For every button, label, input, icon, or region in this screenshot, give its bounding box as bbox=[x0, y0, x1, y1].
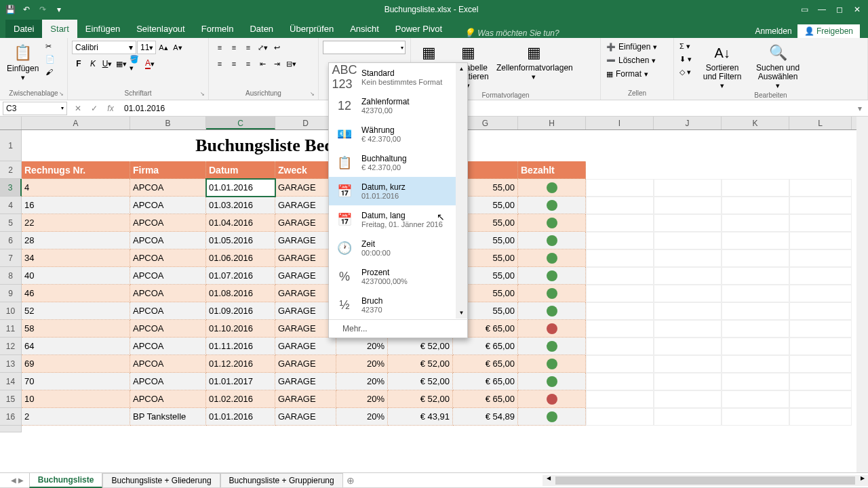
row-header[interactable]: 7 bbox=[0, 249, 22, 267]
paste-button[interactable]: 📋Einfügen▾ bbox=[4, 41, 41, 83]
wrap-text-button[interactable]: ↩ bbox=[270, 41, 283, 54]
cell[interactable]: GARAGE bbox=[275, 373, 336, 390]
numfmt-item-prozent[interactable]: %Prozent4237000,00% bbox=[329, 262, 467, 291]
cell[interactable] bbox=[722, 214, 789, 232]
fill-button[interactable]: ⬇ ▾ bbox=[678, 54, 693, 65]
cell[interactable]: 01.01.2016 bbox=[206, 408, 275, 426]
cell[interactable] bbox=[586, 302, 654, 320]
cell[interactable] bbox=[654, 408, 722, 426]
cell[interactable]: 01.11.2016 bbox=[206, 338, 275, 355]
cell[interactable] bbox=[789, 408, 852, 426]
fill-color-button[interactable]: 🪣▾ bbox=[129, 57, 142, 70]
sheet-tab-gliederung[interactable]: Buchungsliste + Gliederung bbox=[102, 473, 220, 487]
select-all-corner[interactable] bbox=[0, 117, 22, 129]
ribbon-options-icon[interactable]: ▭ bbox=[796, 1, 812, 18]
cell[interactable]: € 65,00 bbox=[453, 373, 518, 390]
cell[interactable]: APCOA bbox=[130, 320, 206, 338]
grow-font-button[interactable]: A▴ bbox=[157, 41, 170, 54]
cell[interactable] bbox=[722, 285, 789, 302]
cell[interactable]: 34 bbox=[22, 249, 130, 267]
cells-delete-button[interactable]: ➖ Löschen ▾ bbox=[605, 54, 658, 66]
sort-filter-button[interactable]: A↓Sortieren und Filtern▾ bbox=[696, 41, 749, 92]
cell[interactable]: 01.02.2016 bbox=[206, 390, 275, 408]
cell[interactable]: APCOA bbox=[130, 197, 206, 214]
row-header[interactable]: 3 bbox=[0, 179, 22, 197]
cell[interactable]: GARAGE bbox=[275, 249, 336, 267]
row-header[interactable]: 11 bbox=[0, 320, 22, 338]
cell[interactable] bbox=[518, 408, 586, 426]
cell[interactable] bbox=[518, 285, 586, 302]
cell[interactable]: GARAGE bbox=[275, 232, 336, 249]
number-format-more[interactable]: Mehr... bbox=[329, 319, 467, 338]
cell[interactable]: GARAGE bbox=[275, 355, 336, 373]
cell[interactable]: € 52,00 bbox=[388, 355, 453, 373]
cell[interactable] bbox=[586, 232, 654, 249]
cell[interactable] bbox=[632, 130, 700, 161]
numfmt-item-standard[interactable]: ABC 123StandardKein bestimmtes Format bbox=[329, 63, 467, 92]
cell[interactable] bbox=[586, 338, 654, 355]
cell[interactable]: GARAGE bbox=[275, 267, 336, 285]
cell[interactable]: € 54,89 bbox=[453, 408, 518, 426]
cell[interactable]: APCOA bbox=[130, 302, 206, 320]
cell[interactable] bbox=[564, 130, 632, 161]
row-header[interactable]: 4 bbox=[0, 197, 22, 214]
cell[interactable]: APCOA bbox=[130, 232, 206, 249]
cell[interactable]: BP Tankstelle bbox=[130, 408, 206, 426]
font-size-combo[interactable]: 11▾ bbox=[137, 41, 156, 54]
autosum-button[interactable]: Σ ▾ bbox=[678, 41, 693, 52]
cell[interactable]: APCOA bbox=[130, 179, 206, 197]
cell[interactable]: 2 bbox=[22, 408, 130, 426]
sheet-tab-buchungsliste[interactable]: Buchungsliste bbox=[29, 472, 103, 488]
cell[interactable] bbox=[654, 338, 722, 355]
clipboard-launcher-icon[interactable]: ↘ bbox=[56, 89, 66, 98]
cell[interactable]: 40 bbox=[22, 267, 130, 285]
merge-button[interactable]: ⊟▾ bbox=[284, 57, 298, 70]
cell[interactable] bbox=[654, 249, 722, 267]
vertical-scrollbar[interactable] bbox=[856, 117, 868, 472]
cell[interactable]: € 52,00 bbox=[388, 338, 453, 355]
cell[interactable] bbox=[722, 390, 789, 408]
col-header[interactable]: D bbox=[275, 117, 336, 129]
numfmt-item-whrung[interactable]: 💶Währung€ 42.370,00 bbox=[329, 120, 467, 148]
cell[interactable] bbox=[654, 355, 722, 373]
tab-ansicht[interactable]: Ansicht bbox=[342, 20, 387, 38]
row-header[interactable]: 13 bbox=[0, 355, 22, 373]
cell[interactable]: 20% bbox=[336, 373, 388, 390]
cell[interactable]: 20% bbox=[336, 408, 388, 426]
cell[interactable] bbox=[722, 408, 789, 426]
cells-format-button[interactable]: ▦ Format ▾ bbox=[605, 68, 658, 80]
row-header[interactable]: 6 bbox=[0, 232, 22, 249]
cell[interactable]: € 52,00 bbox=[388, 373, 453, 390]
cell[interactable]: APCOA bbox=[130, 390, 206, 408]
cell[interactable]: 69 bbox=[22, 355, 130, 373]
sign-in-link[interactable]: Anmelden bbox=[755, 26, 792, 36]
row-header[interactable]: 15 bbox=[0, 390, 22, 408]
col-header[interactable]: H bbox=[518, 117, 586, 129]
cell[interactable]: GARAGE bbox=[275, 179, 336, 197]
tab-seitenlayout[interactable]: Seitenlayout bbox=[128, 20, 193, 38]
clear-button[interactable]: ◇ ▾ bbox=[678, 66, 693, 78]
maximize-icon[interactable]: ◻ bbox=[831, 1, 848, 18]
cell[interactable]: 16 bbox=[22, 197, 130, 214]
table-header[interactable]: Datum bbox=[206, 161, 275, 179]
cell[interactable] bbox=[518, 390, 586, 408]
cut-button[interactable]: ✂ bbox=[44, 41, 56, 52]
cell[interactable] bbox=[722, 161, 789, 179]
cell[interactable]: 22 bbox=[22, 214, 130, 232]
cell[interactable] bbox=[654, 197, 722, 214]
cell[interactable] bbox=[789, 338, 852, 355]
cell[interactable]: GARAGE bbox=[275, 338, 336, 355]
cell[interactable]: 46 bbox=[22, 285, 130, 302]
redo-icon[interactable]: ↷ bbox=[35, 2, 50, 17]
cell[interactable] bbox=[700, 130, 768, 161]
cell[interactable] bbox=[789, 161, 852, 179]
cell[interactable]: APCOA bbox=[130, 338, 206, 355]
qa-customize-icon[interactable]: ▾ bbox=[52, 2, 66, 17]
name-box[interactable]: C3▾ bbox=[3, 102, 67, 115]
cell[interactable]: GARAGE bbox=[275, 302, 336, 320]
cells-insert-button[interactable]: ➕ Einfügen ▾ bbox=[605, 41, 658, 53]
indent-decrease-button[interactable]: ⇤ bbox=[256, 57, 269, 70]
cell[interactable] bbox=[654, 373, 722, 390]
cell[interactable] bbox=[722, 355, 789, 373]
cell[interactable]: APCOA bbox=[130, 214, 206, 232]
